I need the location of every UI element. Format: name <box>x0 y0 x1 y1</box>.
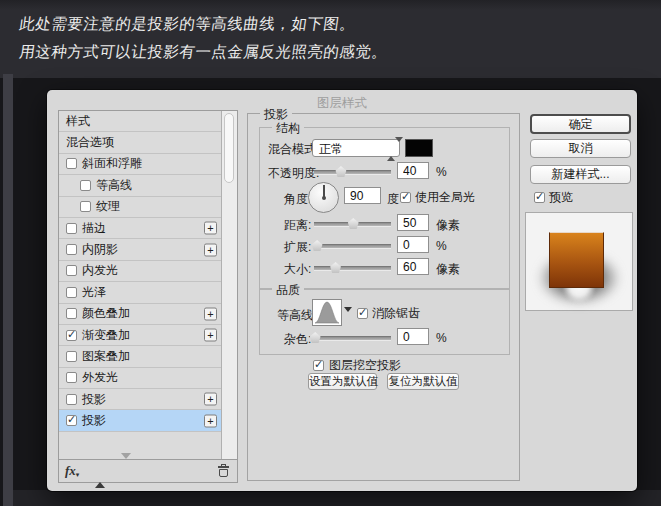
noise-slider[interactable] <box>312 336 391 341</box>
sidebar-item[interactable]: 外发光 <box>59 368 221 389</box>
distance-input[interactable] <box>397 214 429 231</box>
sidebar-item[interactable]: 投影+ <box>59 389 221 410</box>
distance-slider-thumb[interactable] <box>347 218 359 229</box>
global-light-checkbox[interactable] <box>400 192 411 203</box>
spread-slider-thumb[interactable] <box>311 240 323 251</box>
screenshot-root: 此处需要注意的是投影的等高线曲线，如下图。 用这种方式可以让投影有一点金属反光照… <box>0 0 661 506</box>
sidebar-item[interactable]: 渐变叠加+ <box>59 325 221 346</box>
add-effect-button[interactable]: + <box>204 329 217 342</box>
sidebar-item[interactable]: 等高线 <box>59 175 221 196</box>
sidebar-item-label: 外发光 <box>82 369 118 386</box>
make-default-button[interactable]: 设置为默认值 <box>308 373 377 390</box>
antialias-row: 消除锯齿 <box>357 305 420 322</box>
sidebar-item[interactable]: 投影+ <box>59 410 221 431</box>
opacity-label: 不透明度: <box>268 165 319 182</box>
contour-thumbnail[interactable] <box>312 299 342 326</box>
move-up-button[interactable] <box>95 465 105 476</box>
move-down-button[interactable] <box>121 465 131 476</box>
knockout-checkbox[interactable] <box>313 360 324 371</box>
style-checkbox[interactable] <box>80 201 91 212</box>
sidebar-item[interactable]: 样式 <box>59 111 221 132</box>
delete-effect-button[interactable] <box>218 464 229 477</box>
sidebar-item[interactable]: 纹理 <box>59 197 221 218</box>
left-edge-strip <box>3 74 13 506</box>
antialias-checkbox[interactable] <box>357 308 368 319</box>
style-checkbox[interactable] <box>66 244 77 255</box>
sidebar-item-label: 投影 <box>82 391 106 408</box>
size-slider-thumb[interactable] <box>330 262 342 273</box>
contour-dropdown-arrow-icon[interactable] <box>344 307 352 312</box>
fx-caret-icon: ▾ <box>76 471 80 479</box>
global-light-label: 使用全局光 <box>415 189 475 206</box>
sidebar-item-label: 纹理 <box>96 198 120 215</box>
sidebar-item[interactable]: 颜色叠加+ <box>59 304 221 325</box>
sidebar-item[interactable]: 光泽 <box>59 282 221 303</box>
opacity-unit: % <box>436 165 447 179</box>
fx-menu-button[interactable]: fx▾ <box>65 463 79 479</box>
sidebar-item-label: 图案叠加 <box>82 348 130 365</box>
sidebar-scrollbar[interactable] <box>221 111 237 460</box>
spread-label: 扩展: <box>284 239 311 256</box>
add-effect-button[interactable]: + <box>204 414 217 427</box>
sidebar-item[interactable]: 内发光 <box>59 261 221 282</box>
size-label: 大小: <box>284 261 311 278</box>
spread-input[interactable] <box>397 236 429 253</box>
blend-mode-value: 正常 <box>319 141 343 158</box>
size-slider[interactable] <box>314 266 391 271</box>
angle-input[interactable] <box>344 187 381 204</box>
opacity-slider-thumb[interactable] <box>335 166 347 177</box>
quality-group: 品质 等高线: 消除锯齿 杂色: % <box>259 289 510 355</box>
noise-label: 杂色: <box>284 331 311 348</box>
sidebar-item[interactable]: 描边+ <box>59 218 221 239</box>
style-checkbox[interactable] <box>66 265 77 276</box>
structure-legend: 结构 <box>272 120 304 137</box>
stepper-icon <box>387 142 396 154</box>
sidebar-item[interactable]: 斜面和浮雕 <box>59 154 221 175</box>
style-checkbox[interactable] <box>66 351 77 362</box>
sidebar-item[interactable]: 混合选项 <box>59 132 221 153</box>
style-checkbox[interactable] <box>66 287 77 298</box>
style-checkbox[interactable] <box>66 308 77 319</box>
angle-unit: 度 <box>387 191 399 208</box>
style-checkbox[interactable] <box>80 180 91 191</box>
sidebar-item[interactable]: 图案叠加 <box>59 346 221 367</box>
quality-legend: 品质 <box>272 282 304 299</box>
sidebar-item-label: 光泽 <box>82 284 106 301</box>
blend-mode-select[interactable]: 正常 <box>312 139 400 157</box>
reset-default-button[interactable]: 复位为默认值 <box>387 373 459 390</box>
add-effect-button[interactable]: + <box>204 243 217 256</box>
ok-button[interactable]: 确定 <box>530 114 631 134</box>
distance-label: 距离: <box>284 217 311 234</box>
add-effect-button[interactable]: + <box>204 222 217 235</box>
preview-checkbox[interactable] <box>534 192 545 203</box>
preview-thumbnail <box>525 212 633 311</box>
sidebar-item-label: 颜色叠加 <box>82 305 130 322</box>
knockout-label: 图层挖空投影 <box>329 357 401 374</box>
style-checkbox[interactable] <box>66 158 77 169</box>
shadow-color-swatch[interactable] <box>405 139 433 157</box>
distance-slider[interactable] <box>314 222 391 227</box>
scrollbar-thumb[interactable] <box>224 113 234 183</box>
style-checkbox[interactable] <box>66 394 77 405</box>
opacity-slider[interactable] <box>314 170 391 175</box>
preview-object <box>549 232 604 288</box>
opacity-input[interactable] <box>397 162 429 179</box>
noise-input[interactable] <box>397 328 429 345</box>
angle-center-dot <box>322 196 326 200</box>
add-effect-button[interactable]: + <box>204 307 217 320</box>
spread-slider[interactable] <box>314 244 391 249</box>
style-checkbox[interactable] <box>66 372 77 383</box>
style-checkbox[interactable] <box>66 223 77 234</box>
style-checkbox[interactable] <box>66 415 77 426</box>
angle-dial[interactable] <box>308 182 339 213</box>
preview-label: 预览 <box>549 189 573 206</box>
add-effect-button[interactable]: + <box>204 393 217 406</box>
cancel-button[interactable]: 取消 <box>530 139 631 158</box>
drop-shadow-panel: 投影 结构 混合模式: 正常 不透明度: % 角度: <box>247 113 520 481</box>
sidebar-item-label: 渐变叠加 <box>82 327 130 344</box>
size-input[interactable] <box>397 258 429 275</box>
new-style-button[interactable]: 新建样式... <box>530 165 631 184</box>
sidebar-item[interactable]: 内阴影+ <box>59 239 221 260</box>
distance-unit: 像素 <box>436 217 460 234</box>
style-checkbox[interactable] <box>66 330 77 341</box>
